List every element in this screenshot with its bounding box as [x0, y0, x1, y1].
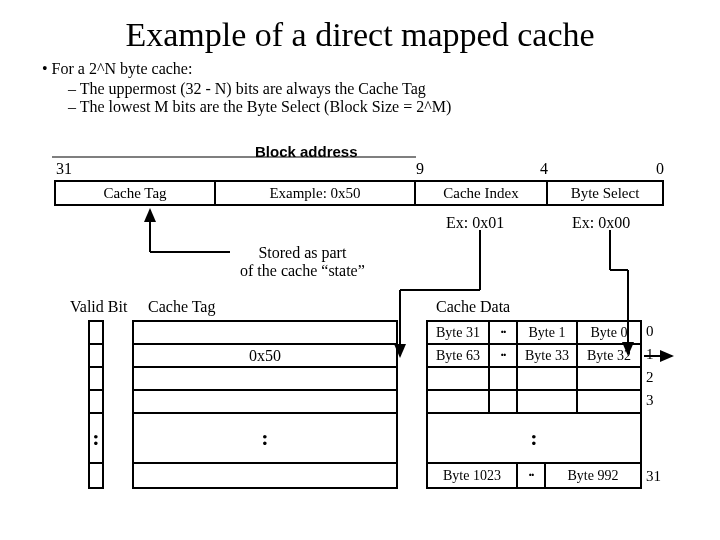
- stored-note-l2: of the cache “state”: [240, 262, 365, 279]
- vdots-data: :: [530, 425, 537, 451]
- cell-dots: ··: [490, 345, 518, 366]
- row-num-3: 3: [646, 392, 654, 409]
- data-row-0: Byte 31 ·· Byte 1 Byte 0: [428, 322, 640, 345]
- data-row-3: [428, 391, 640, 414]
- data-row-2: [428, 368, 640, 391]
- page-title: Example of a direct mapped cache: [32, 16, 688, 54]
- row-num-0: 0: [646, 323, 654, 340]
- cell-dots: ··: [518, 464, 546, 487]
- vdots-tag: :: [261, 425, 268, 451]
- bit-label-31: 31: [56, 160, 72, 178]
- row-num-31: 31: [646, 468, 661, 485]
- cell: Byte 992: [546, 464, 640, 487]
- stored-note: Stored as part of the cache “state”: [240, 244, 365, 279]
- label-valid-bit: Valid Bit: [70, 298, 127, 316]
- data-row-31: Byte 1023 ·· Byte 992: [428, 464, 640, 487]
- addr-cache-index: Cache Index: [416, 182, 548, 204]
- cell: Byte 33: [518, 345, 578, 366]
- row-num-1: 1: [646, 346, 654, 363]
- cell: Byte 1023: [428, 464, 518, 487]
- cache-data-table: Byte 31 ·· Byte 1 Byte 0 Byte 63 ·· Byte…: [426, 320, 642, 489]
- addr-example: Example: 0x50: [216, 182, 416, 204]
- cache-tag-column: 0x50 :: [132, 320, 398, 489]
- addr-cache-tag: Cache Tag: [56, 182, 216, 204]
- bullet-list: For a 2^N byte cache:: [42, 60, 688, 78]
- stored-note-l1: Stored as part: [258, 244, 346, 261]
- cell: Byte 1: [518, 322, 578, 343]
- cell: Byte 31: [428, 322, 490, 343]
- cache-tag-value: 0x50: [134, 345, 396, 368]
- label-cache-tag: Cache Tag: [148, 298, 215, 316]
- cell: Byte 32: [578, 345, 640, 366]
- vdots-valid: :: [92, 425, 99, 451]
- addr-byte-select: Byte Select: [548, 182, 662, 204]
- address-row: Cache Tag Example: 0x50 Cache Index Byte…: [54, 180, 664, 206]
- bit-label-9: 9: [416, 160, 424, 178]
- valid-bit-column: :: [88, 320, 104, 489]
- bit-label-0: 0: [656, 160, 664, 178]
- cell: Byte 63: [428, 345, 490, 366]
- bullet-sublist: The uppermost (32 - N) bits are always t…: [68, 80, 688, 116]
- block-address-label: Block address: [255, 143, 358, 160]
- data-row-dots: :: [428, 414, 640, 464]
- row-num-2: 2: [646, 369, 654, 386]
- data-row-1: Byte 63 ·· Byte 33 Byte 32: [428, 345, 640, 368]
- example-byte-select: Ex: 0x00: [572, 214, 630, 232]
- bit-label-4: 4: [540, 160, 548, 178]
- example-cache-index: Ex: 0x01: [446, 214, 504, 232]
- bullet-sub1: The uppermost (32 - N) bits are always t…: [68, 80, 688, 98]
- cell-dots: ··: [490, 322, 518, 343]
- bullet-main: For a 2^N byte cache:: [42, 60, 688, 78]
- label-cache-data: Cache Data: [436, 298, 510, 316]
- bullet-sub2: The lowest M bits are the Byte Select (B…: [68, 98, 688, 116]
- cell: Byte 0: [578, 322, 640, 343]
